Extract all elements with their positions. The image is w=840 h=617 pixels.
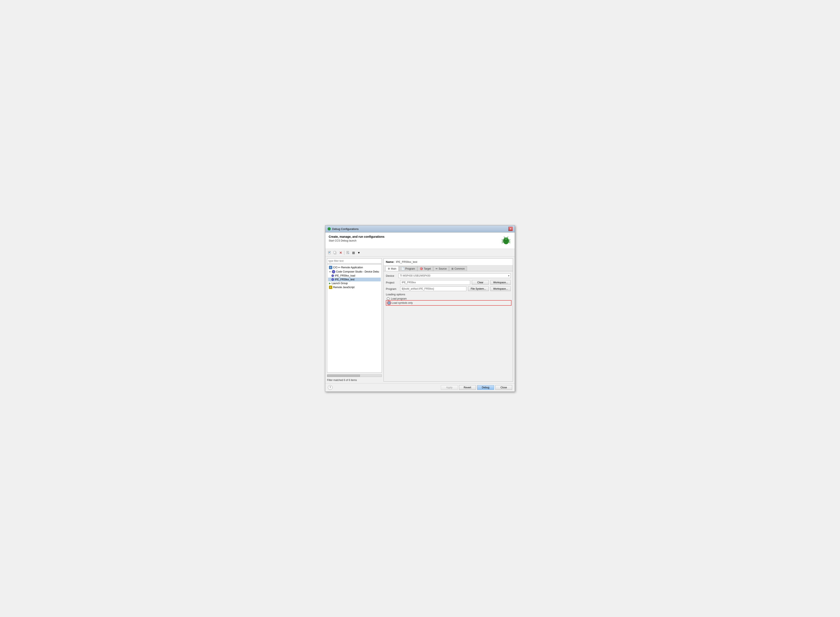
main-tab-icon: ⚙ <box>388 267 390 270</box>
tree-item-label: Launch Group <box>332 282 348 285</box>
program-tab-label: Program <box>405 267 415 270</box>
svg-line-17 <box>502 242 503 243</box>
yellow-icon: ✦ <box>329 286 332 289</box>
project-row: Project Clear Workspace... <box>386 280 511 285</box>
svg-line-13 <box>504 237 505 238</box>
radio-load-symbols[interactable] <box>388 301 391 304</box>
filter-config-button[interactable] <box>345 250 351 255</box>
filter-status: Filter matched 6 of 6 items <box>327 379 382 382</box>
svg-line-15 <box>502 240 503 240</box>
svg-rect-29 <box>334 251 336 254</box>
close-window-button[interactable]: ✕ <box>508 227 513 231</box>
loading-options-section: Loading options Load program Load symbol… <box>386 293 511 305</box>
dropdown-config-button[interactable]: ▼ <box>356 250 361 255</box>
tree-item-label: IPE_FR59xx_test <box>335 278 354 281</box>
radio-group-loading: Load program Load symbols only <box>387 297 511 305</box>
tree-item-remote-js[interactable]: ✦ Remote JavaScript <box>328 285 381 289</box>
project-label: Project <box>386 281 398 284</box>
title-bar: Debug Configurations ✕ <box>325 226 515 232</box>
program-input[interactable] <box>400 286 466 291</box>
device-input[interactable] <box>398 273 511 278</box>
horizontal-scrollbar[interactable] <box>327 374 382 377</box>
apply-button[interactable]: Apply <box>441 385 458 390</box>
svg-line-20 <box>509 242 510 243</box>
svg-point-2 <box>329 229 329 229</box>
tree-item-ipe-load[interactable]: IPE_FR59xx_load <box>328 274 381 278</box>
program-tab-icon: 📄 <box>401 267 404 270</box>
header-title: Create, manage, and run configurations <box>329 235 385 238</box>
radio-load-symbols-row: Load symbols only <box>387 301 511 305</box>
ccs-sm-icon <box>332 275 334 277</box>
project-input[interactable] <box>400 280 470 285</box>
device-input-wrapper: ▼ <box>398 273 511 278</box>
tree-view: c C/C++ Remote Application ▼ Code Compos… <box>327 264 382 373</box>
target-tab-label: Target <box>424 267 431 270</box>
source-tab-label: Source <box>439 267 447 270</box>
main-tab-label: Main <box>391 267 396 270</box>
workspace-program-button[interactable]: Workspace... <box>491 286 511 291</box>
debug-button[interactable]: Debug <box>477 385 494 390</box>
bottom-left: ? <box>328 385 333 390</box>
title-bar-left: Debug Configurations <box>327 227 359 230</box>
ccs-icon <box>332 270 335 273</box>
radio-load-program[interactable] <box>387 297 390 300</box>
device-row: Device ▼ <box>386 273 511 278</box>
header-text: Create, manage, and run configurations S… <box>329 235 385 242</box>
radio-load-program-row: Load program <box>387 297 511 300</box>
svg-point-10 <box>505 241 507 243</box>
revert-button[interactable]: Revert <box>459 385 476 390</box>
tab-source[interactable]: ✏ Source <box>433 266 449 271</box>
bottom-right: Apply Revert Debug Close <box>441 385 512 390</box>
clear-button[interactable]: Clear <box>472 280 489 285</box>
close-button[interactable]: Close <box>495 385 512 390</box>
main-content: c C/C++ Remote Application ▼ Code Compos… <box>325 257 515 383</box>
svg-point-11 <box>505 239 506 239</box>
expand-config-button[interactable]: ⊞ <box>351 250 356 255</box>
copy-config-button[interactable] <box>333 250 337 255</box>
tab-program[interactable]: 📄 Program <box>399 266 417 271</box>
svg-point-8 <box>504 240 505 241</box>
svg-point-1 <box>329 228 330 229</box>
common-tab-label: Common <box>454 267 465 270</box>
bottom-bar: ? Apply Revert Debug Close <box>325 383 515 391</box>
tree-item-label: IPE_FR59xx_load <box>335 274 355 277</box>
tree-item-ipe-test[interactable]: IPE_FR59xx_test <box>328 278 381 281</box>
tree-item-cpp-remote[interactable]: c C/C++ Remote Application <box>328 266 381 270</box>
ccs-sm-icon <box>332 278 334 281</box>
program-label: Program <box>386 287 398 291</box>
svg-line-14 <box>507 237 508 238</box>
help-button[interactable]: ? <box>328 385 333 390</box>
name-value: IPE_FR59xx_test <box>396 260 417 263</box>
c-icon: c <box>329 266 332 269</box>
new-config-button[interactable] <box>327 250 332 255</box>
title-bar-text: Debug Configurations <box>332 227 359 230</box>
svg-point-12 <box>506 239 507 239</box>
delete-config-button[interactable]: ✕ <box>338 250 343 255</box>
tab-bar: ⚙ Main 📄 Program 🎯 Target ✏ Source ⊞ <box>384 266 513 271</box>
filter-input[interactable] <box>327 258 382 263</box>
launch-icon: ▶ <box>329 282 331 285</box>
svg-point-3 <box>329 229 330 229</box>
device-label: Device <box>386 274 398 278</box>
tree-item-ccs-device[interactable]: ▼ Code Composer Studio - Device Debu <box>328 270 381 274</box>
bug-icon <box>501 235 511 246</box>
tab-main[interactable]: ⚙ Main <box>385 266 399 271</box>
name-label: Name: <box>386 260 394 263</box>
filesystem-button[interactable]: File System... <box>468 286 489 291</box>
tab-common[interactable]: ⊞ Common <box>449 266 467 271</box>
tab-content-main: Device ▼ Project Clear Workspace... Prog… <box>384 271 513 381</box>
loading-options-label: Loading options <box>386 293 511 296</box>
tree-item-launch-group[interactable]: ▶ Launch Group <box>328 281 381 285</box>
workspace-project-button[interactable]: Workspace... <box>491 280 511 285</box>
target-tab-icon: 🎯 <box>420 267 423 270</box>
program-row: Program File System... Workspace... <box>386 286 511 291</box>
source-tab-icon: ✏ <box>436 267 438 270</box>
left-panel: c C/C++ Remote Application ▼ Code Compos… <box>327 258 382 382</box>
radio-load-program-label: Load program <box>391 297 407 300</box>
common-tab-icon: ⊞ <box>451 267 454 270</box>
svg-point-9 <box>507 240 508 241</box>
scrollbar-thumb <box>327 375 360 377</box>
debug-configurations-dialog: Debug Configurations ✕ Create, manage, a… <box>325 225 515 392</box>
tree-item-label: C/C++ Remote Application <box>333 266 363 269</box>
tab-target[interactable]: 🎯 Target <box>417 266 433 271</box>
